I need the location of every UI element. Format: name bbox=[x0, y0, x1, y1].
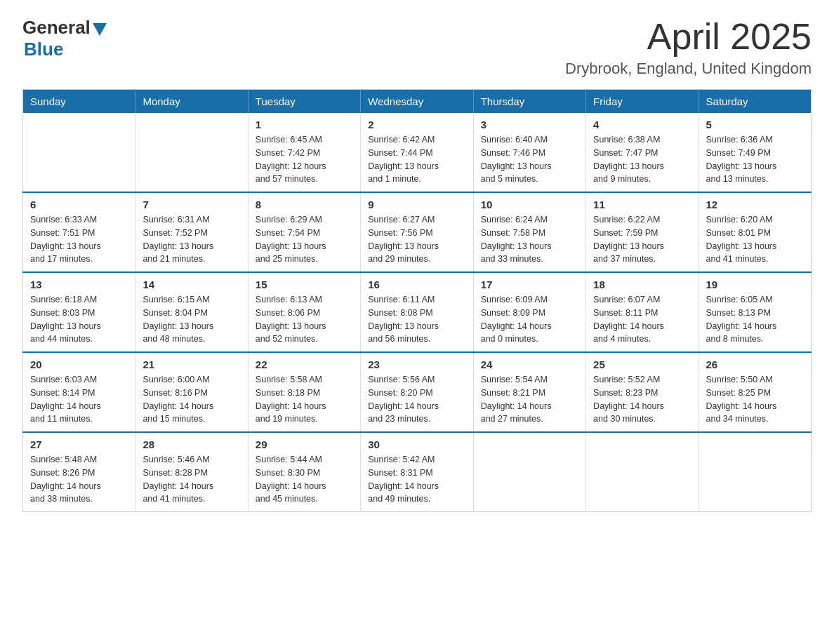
calendar-cell: 17Sunrise: 6:09 AM Sunset: 8:09 PM Dayli… bbox=[473, 272, 585, 352]
day-number: 8 bbox=[256, 199, 353, 210]
day-number: 25 bbox=[593, 358, 691, 370]
day-number: 15 bbox=[256, 279, 353, 290]
page-header: General Blue April 2025 Drybrook, Englan… bbox=[22, 17, 812, 78]
calendar-cell: 5Sunrise: 6:36 AM Sunset: 7:49 PM Daylig… bbox=[699, 113, 811, 192]
day-number: 30 bbox=[368, 438, 465, 450]
day-number: 14 bbox=[143, 279, 240, 290]
calendar-cell: 23Sunrise: 5:56 AM Sunset: 8:20 PM Dayli… bbox=[361, 352, 473, 432]
calendar-header-friday: Friday bbox=[586, 90, 699, 114]
calendar-cell: 16Sunrise: 6:11 AM Sunset: 8:08 PM Dayli… bbox=[361, 272, 473, 352]
day-number: 29 bbox=[256, 438, 353, 450]
calendar-week-row: 1Sunrise: 6:45 AM Sunset: 7:42 PM Daylig… bbox=[23, 113, 812, 192]
calendar-cell: 2Sunrise: 6:42 AM Sunset: 7:44 PM Daylig… bbox=[361, 113, 473, 192]
calendar-header-tuesday: Tuesday bbox=[248, 90, 360, 114]
day-number: 17 bbox=[481, 279, 578, 290]
calendar-cell: 21Sunrise: 6:00 AM Sunset: 8:16 PM Dayli… bbox=[135, 352, 248, 432]
day-number: 6 bbox=[30, 199, 128, 210]
calendar-cell: 10Sunrise: 6:24 AM Sunset: 7:58 PM Dayli… bbox=[473, 192, 585, 272]
day-info: Sunrise: 6:22 AM Sunset: 7:59 PM Dayligh… bbox=[593, 213, 691, 266]
calendar-cell bbox=[135, 113, 248, 192]
logo: General Blue bbox=[22, 17, 107, 60]
logo-general-text: General bbox=[22, 17, 91, 39]
calendar-cell: 26Sunrise: 5:50 AM Sunset: 8:25 PM Dayli… bbox=[699, 352, 811, 432]
calendar-cell: 27Sunrise: 5:48 AM Sunset: 8:26 PM Dayli… bbox=[23, 432, 135, 512]
day-number: 22 bbox=[256, 358, 353, 370]
day-info: Sunrise: 6:07 AM Sunset: 8:11 PM Dayligh… bbox=[593, 293, 691, 346]
day-info: Sunrise: 5:44 AM Sunset: 8:30 PM Dayligh… bbox=[256, 453, 353, 506]
calendar-week-row: 27Sunrise: 5:48 AM Sunset: 8:26 PM Dayli… bbox=[23, 432, 812, 512]
day-info: Sunrise: 5:42 AM Sunset: 8:31 PM Dayligh… bbox=[368, 453, 465, 506]
day-info: Sunrise: 5:56 AM Sunset: 8:20 PM Dayligh… bbox=[368, 373, 465, 426]
day-info: Sunrise: 5:52 AM Sunset: 8:23 PM Dayligh… bbox=[593, 373, 691, 426]
day-number: 16 bbox=[368, 279, 465, 290]
day-info: Sunrise: 6:29 AM Sunset: 7:54 PM Dayligh… bbox=[256, 213, 353, 266]
calendar-header-saturday: Saturday bbox=[699, 90, 811, 114]
calendar-cell: 6Sunrise: 6:33 AM Sunset: 7:51 PM Daylig… bbox=[23, 192, 135, 272]
day-info: Sunrise: 6:15 AM Sunset: 8:04 PM Dayligh… bbox=[143, 293, 240, 346]
calendar-cell: 24Sunrise: 5:54 AM Sunset: 8:21 PM Dayli… bbox=[473, 352, 585, 432]
calendar-cell: 14Sunrise: 6:15 AM Sunset: 8:04 PM Dayli… bbox=[135, 272, 248, 352]
calendar-cell: 28Sunrise: 5:46 AM Sunset: 8:28 PM Dayli… bbox=[135, 432, 248, 512]
day-number: 11 bbox=[593, 199, 691, 210]
calendar-header-thursday: Thursday bbox=[473, 90, 585, 114]
day-info: Sunrise: 6:20 AM Sunset: 8:01 PM Dayligh… bbox=[706, 213, 804, 266]
day-number: 23 bbox=[368, 358, 465, 370]
calendar-cell bbox=[586, 432, 699, 512]
day-info: Sunrise: 6:45 AM Sunset: 7:42 PM Dayligh… bbox=[256, 133, 353, 186]
calendar-header-wednesday: Wednesday bbox=[361, 90, 473, 114]
day-info: Sunrise: 6:18 AM Sunset: 8:03 PM Dayligh… bbox=[30, 293, 128, 346]
calendar-cell: 9Sunrise: 6:27 AM Sunset: 7:56 PM Daylig… bbox=[361, 192, 473, 272]
day-number: 26 bbox=[706, 358, 804, 370]
calendar-header-sunday: Sunday bbox=[23, 90, 135, 114]
calendar-cell: 20Sunrise: 6:03 AM Sunset: 8:14 PM Dayli… bbox=[23, 352, 135, 432]
day-number: 21 bbox=[143, 358, 240, 370]
day-info: Sunrise: 6:42 AM Sunset: 7:44 PM Dayligh… bbox=[368, 133, 465, 186]
day-info: Sunrise: 6:38 AM Sunset: 7:47 PM Dayligh… bbox=[593, 133, 691, 186]
calendar-header-row: SundayMondayTuesdayWednesdayThursdayFrid… bbox=[23, 90, 812, 114]
day-number: 27 bbox=[30, 438, 128, 450]
logo-blue-text: Blue bbox=[24, 39, 63, 60]
day-number: 4 bbox=[593, 119, 691, 130]
calendar-cell: 18Sunrise: 6:07 AM Sunset: 8:11 PM Dayli… bbox=[586, 272, 699, 352]
day-number: 19 bbox=[706, 279, 804, 290]
calendar-week-row: 20Sunrise: 6:03 AM Sunset: 8:14 PM Dayli… bbox=[23, 352, 812, 432]
calendar-cell: 3Sunrise: 6:40 AM Sunset: 7:46 PM Daylig… bbox=[473, 113, 585, 192]
day-info: Sunrise: 5:46 AM Sunset: 8:28 PM Dayligh… bbox=[143, 453, 240, 506]
calendar-cell: 4Sunrise: 6:38 AM Sunset: 7:47 PM Daylig… bbox=[586, 113, 699, 192]
day-info: Sunrise: 6:27 AM Sunset: 7:56 PM Dayligh… bbox=[368, 213, 465, 266]
day-number: 18 bbox=[593, 279, 691, 290]
day-number: 28 bbox=[143, 438, 240, 450]
calendar-cell: 8Sunrise: 6:29 AM Sunset: 7:54 PM Daylig… bbox=[248, 192, 360, 272]
calendar-table: SundayMondayTuesdayWednesdayThursdayFrid… bbox=[22, 89, 812, 512]
calendar-cell bbox=[473, 432, 585, 512]
calendar-cell: 19Sunrise: 6:05 AM Sunset: 8:13 PM Dayli… bbox=[699, 272, 811, 352]
day-info: Sunrise: 6:13 AM Sunset: 8:06 PM Dayligh… bbox=[256, 293, 353, 346]
day-info: Sunrise: 5:54 AM Sunset: 8:21 PM Dayligh… bbox=[481, 373, 578, 426]
day-info: Sunrise: 6:03 AM Sunset: 8:14 PM Dayligh… bbox=[30, 373, 128, 426]
day-number: 1 bbox=[256, 119, 353, 130]
day-info: Sunrise: 6:24 AM Sunset: 7:58 PM Dayligh… bbox=[481, 213, 578, 266]
day-info: Sunrise: 6:36 AM Sunset: 7:49 PM Dayligh… bbox=[706, 133, 804, 186]
day-number: 5 bbox=[706, 119, 804, 130]
day-info: Sunrise: 6:31 AM Sunset: 7:52 PM Dayligh… bbox=[143, 213, 240, 266]
day-info: Sunrise: 6:40 AM Sunset: 7:46 PM Dayligh… bbox=[481, 133, 578, 186]
calendar-header-monday: Monday bbox=[135, 90, 248, 114]
location: Drybrook, England, United Kingdom bbox=[565, 60, 812, 78]
calendar-cell: 12Sunrise: 6:20 AM Sunset: 8:01 PM Dayli… bbox=[699, 192, 811, 272]
calendar-cell: 30Sunrise: 5:42 AM Sunset: 8:31 PM Dayli… bbox=[361, 432, 473, 512]
title-area: April 2025 Drybrook, England, United Kin… bbox=[565, 17, 812, 78]
day-number: 9 bbox=[368, 199, 465, 210]
day-info: Sunrise: 5:58 AM Sunset: 8:18 PM Dayligh… bbox=[256, 373, 353, 426]
calendar-cell bbox=[699, 432, 811, 512]
day-number: 10 bbox=[481, 199, 578, 210]
day-number: 12 bbox=[706, 199, 804, 210]
calendar-cell: 15Sunrise: 6:13 AM Sunset: 8:06 PM Dayli… bbox=[248, 272, 360, 352]
calendar-week-row: 6Sunrise: 6:33 AM Sunset: 7:51 PM Daylig… bbox=[23, 192, 812, 272]
calendar-cell: 22Sunrise: 5:58 AM Sunset: 8:18 PM Dayli… bbox=[248, 352, 360, 432]
calendar-cell: 1Sunrise: 6:45 AM Sunset: 7:42 PM Daylig… bbox=[248, 113, 360, 192]
logo-triangle-icon bbox=[93, 23, 107, 36]
day-info: Sunrise: 6:05 AM Sunset: 8:13 PM Dayligh… bbox=[706, 293, 804, 346]
day-info: Sunrise: 5:50 AM Sunset: 8:25 PM Dayligh… bbox=[706, 373, 804, 426]
calendar-cell bbox=[23, 113, 135, 192]
day-number: 24 bbox=[481, 358, 578, 370]
